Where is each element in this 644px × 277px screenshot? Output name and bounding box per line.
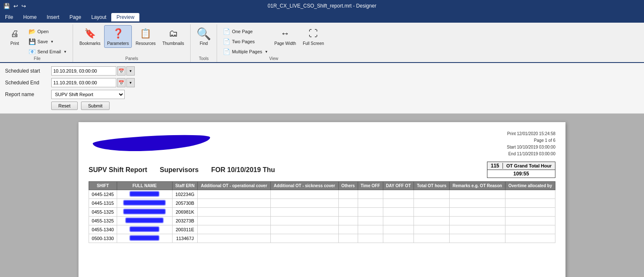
table-row: 0500-1330 113467J	[89, 234, 555, 243]
bookmarks-button[interactable]: 🔖 Bookmarks	[76, 25, 103, 48]
cell-time-off-3	[358, 217, 383, 225]
scheduled-end-dropdown-button[interactable]: ▼	[126, 78, 135, 87]
cell-shift-5: 0500-1330	[89, 234, 117, 243]
cell-dayoff-ot-5	[383, 234, 414, 243]
cell-shift-4: 0455-1340	[89, 225, 117, 234]
scheduled-end-input[interactable]	[51, 78, 116, 87]
bookmarks-icon: 🔖	[83, 27, 97, 40]
print-meta: Print 12/01/2020 15:24:58	[507, 131, 555, 137]
cell-name-1	[117, 199, 172, 208]
scheduled-start-input-group: 📅 ▼	[51, 66, 135, 76]
table-row: 0455-1325 206981K	[89, 208, 555, 217]
one-page-button[interactable]: 📄 One Page	[220, 27, 255, 36]
report-page: Print 12/01/2020 15:24:58 Page 1 of 6 St…	[79, 122, 565, 277]
full-screen-button[interactable]: ⛶ Full Screen	[300, 25, 327, 48]
report-supervisors: Supervisors	[160, 166, 199, 174]
cell-others-0	[338, 190, 358, 199]
cell-name-4	[117, 225, 172, 234]
cell-ern-4: 200311E	[172, 225, 197, 234]
menu-file[interactable]: File	[0, 13, 18, 21]
menu-insert[interactable]: Insert	[42, 13, 64, 21]
report-logo	[92, 133, 210, 154]
find-button[interactable]: 🔍 Find	[194, 25, 213, 48]
cell-ot-op-2	[198, 208, 271, 217]
open-button[interactable]: 📂 Open	[26, 27, 51, 36]
cell-shift-3: 0455-1325	[89, 217, 117, 225]
ribbon-view-buttons: 📄 One Page 📄 Two Pages 📄 Multiple Pages …	[220, 25, 327, 56]
blurred-name-2	[123, 209, 165, 214]
cell-ot-alloc-1	[505, 199, 555, 208]
save-button[interactable]: 💾 Save ▼	[26, 37, 56, 46]
save-dropdown-arrow: ▼	[50, 40, 54, 44]
resources-button[interactable]: 📋 Resources	[133, 25, 159, 48]
report-header: Print 12/01/2020 15:24:58 Page 1 of 6 St…	[89, 131, 555, 157]
find-icon: 🔍	[197, 27, 210, 40]
page-width-button[interactable]: ↔ Page Width	[271, 25, 299, 48]
ribbon-group-tools: 🔍 Find Tools	[191, 24, 217, 62]
scheduled-start-row: Scheduled start 📅 ▼	[5, 66, 639, 76]
email-dropdown-arrow: ▼	[63, 50, 67, 54]
blurred-name-3	[126, 218, 163, 223]
print-button[interactable]: 🖨 Print	[5, 25, 24, 48]
cell-remarks-0	[449, 190, 505, 199]
cell-dayoff-ot-2	[383, 208, 414, 217]
scheduled-start-dropdown-button[interactable]: ▼	[126, 66, 135, 76]
scheduled-start-input[interactable]	[51, 66, 116, 76]
menu-page[interactable]: Page	[64, 13, 86, 21]
reset-button[interactable]: Reset	[51, 102, 78, 110]
scheduled-start-calendar-button[interactable]: 📅	[117, 66, 126, 76]
send-email-button[interactable]: 📧 Send Email ▼	[26, 47, 69, 56]
cell-ot-op-1	[198, 199, 271, 208]
ribbon-view-label: View	[269, 56, 278, 62]
cell-name-2	[117, 208, 172, 217]
open-icon: 📂	[29, 28, 36, 35]
cell-name-3	[117, 217, 172, 225]
menu-layout[interactable]: Layout	[86, 13, 111, 21]
cell-ot-sick-2	[270, 208, 338, 217]
cell-remarks-3	[449, 217, 505, 225]
parameters-button[interactable]: ❓ Parameters	[104, 25, 132, 48]
two-pages-button[interactable]: 📄 Two Pages	[220, 37, 257, 46]
cell-total-ot-4	[414, 225, 450, 234]
th-day-off-ot: DAY OFF OT	[383, 182, 414, 190]
ribbon-file-small-group: 📂 Open 💾 Save ▼ 📧 Send Email ▼	[26, 27, 69, 56]
blurred-name-1	[123, 200, 165, 205]
cell-time-off-4	[358, 225, 383, 234]
two-pages-icon: 📄	[223, 38, 230, 45]
multiple-pages-button[interactable]: 📄 Multiple Pages ▼	[220, 47, 270, 56]
table-row: 0455-1325 203273B	[89, 217, 555, 225]
undo-icon[interactable]: ↩	[13, 3, 18, 9]
ot-box-value: 109:55	[487, 170, 555, 178]
cell-ot-op-5	[198, 234, 271, 243]
one-page-icon: 📄	[223, 28, 230, 35]
cell-ot-sick-3	[270, 217, 338, 225]
redo-icon[interactable]: ↪	[21, 3, 26, 9]
cell-time-off-2	[358, 208, 383, 217]
cell-ot-sick-5	[270, 234, 338, 243]
ot-box-num: 115	[491, 163, 503, 169]
th-additional-ot-op: Additional OT - operational cover	[198, 182, 271, 190]
cell-ot-alloc-2	[505, 208, 555, 217]
thumbnails-button[interactable]: 🗂 Thumbnails	[160, 25, 187, 48]
submit-button[interactable]: Submit	[81, 102, 110, 110]
report-name-dropdown[interactable]: SUPV Shift Report Other Report	[51, 90, 125, 99]
blurred-name-5	[130, 235, 159, 240]
cell-ot-sick-0	[270, 190, 338, 199]
th-additional-ot-sick: Additional OT - sickness cover	[270, 182, 338, 190]
cell-others-1	[338, 199, 358, 208]
report-name-input-group: SUPV Shift Report Other Report	[51, 90, 125, 99]
ot-grand-total-box: 115 OT Grand Total Hour 109:55	[487, 162, 555, 178]
page-width-icon: ↔	[278, 27, 292, 40]
save-icon[interactable]: 💾	[3, 3, 10, 9]
cell-name-5	[117, 234, 172, 243]
multiple-pages-icon: 📄	[223, 48, 230, 55]
th-ot-allocated: Overtime allocated by	[505, 182, 555, 190]
cell-ot-sick-4	[270, 225, 338, 234]
menu-home[interactable]: Home	[18, 13, 42, 21]
report-name-label: Report name	[5, 91, 51, 97]
cell-ot-op-0	[198, 190, 271, 199]
scheduled-end-calendar-button[interactable]: 📅	[117, 78, 126, 87]
report-title-row: SUPV Shift Report Supervisors FOR 10/10/…	[89, 162, 555, 178]
menu-preview[interactable]: Preview	[111, 13, 139, 21]
cell-dayoff-ot-1	[383, 199, 414, 208]
